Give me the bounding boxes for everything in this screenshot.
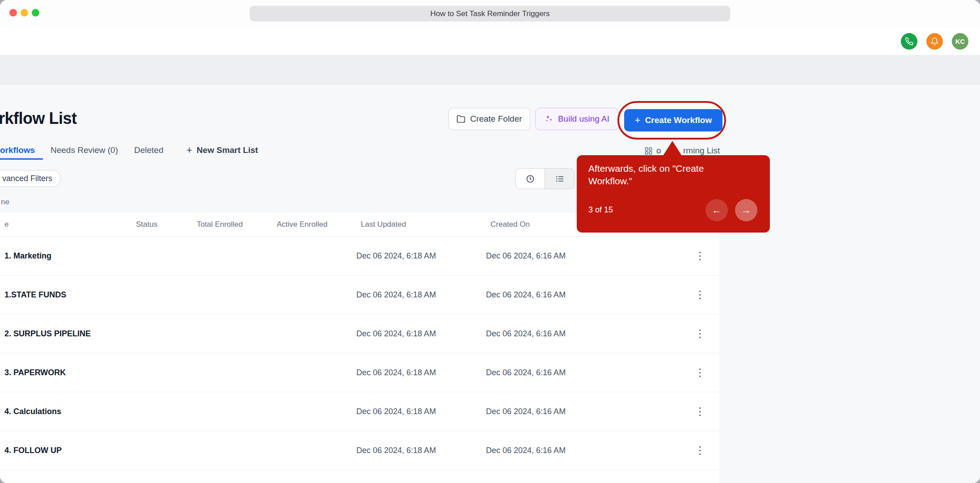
window-title: How to Set Task Reminder Triggers — [250, 6, 731, 21]
workflow-name[interactable]: 4. Calculations — [0, 407, 131, 416]
main-content: rkflow List Create Folder Build using AI… — [0, 85, 980, 483]
tab-bar: orkflows Needs Review (0) Deleted + New … — [0, 142, 980, 160]
col-total-enrolled: Total Enrolled — [192, 220, 272, 229]
kebab-menu-icon[interactable]: ⋮ — [695, 328, 705, 339]
kebab-menu-icon[interactable]: ⋮ — [695, 250, 705, 261]
create-folder-button[interactable]: Create Folder — [448, 108, 530, 130]
magic-wand-icon — [545, 114, 553, 123]
tooltip-step-counter: 3 of 15 — [588, 205, 613, 215]
grid-icon — [644, 147, 653, 155]
table-row[interactable]: 4. Calculations Dec 06 2024, 6:18 AM Dec… — [0, 392, 719, 431]
col-last-updated: Last Updated — [356, 220, 486, 229]
list-view-button[interactable] — [545, 168, 574, 189]
titlebar: How to Set Task Reminder Triggers — [0, 0, 980, 28]
last-updated-value: Dec 06 2024, 6:18 AM — [356, 251, 486, 261]
build-using-ai-button[interactable]: Build using AI — [535, 108, 619, 130]
created-on-value: Dec 06 2024, 6:16 AM — [486, 290, 680, 300]
tab-deleted[interactable]: Deleted — [134, 142, 164, 158]
created-on-value: Dec 06 2024, 6:16 AM — [486, 329, 680, 339]
tooltip-next-button[interactable]: → — [735, 199, 757, 221]
workflow-name[interactable]: 1. Marketing — [0, 251, 131, 261]
list-icon — [555, 174, 564, 183]
table-row[interactable]: 1. Marketing Dec 06 2024, 6:18 AM Dec 06… — [0, 237, 719, 275]
avatar[interactable]: KC — [952, 33, 968, 50]
bell-icon — [930, 37, 939, 46]
created-on-value: Dec 06 2024, 6:16 AM — [486, 407, 680, 416]
history-view-button[interactable] — [515, 168, 545, 189]
name-label-fragment: ne — [1, 198, 9, 207]
app-header: KC — [0, 28, 980, 55]
last-updated-value: Dec 06 2024, 6:18 AM — [356, 290, 486, 300]
created-on-value: Dec 06 2024, 6:16 AM — [486, 251, 680, 261]
created-on-value: Dec 06 2024, 6:16 AM — [486, 368, 680, 377]
kebab-menu-icon[interactable]: ⋮ — [695, 289, 705, 300]
active-tab-underline — [0, 158, 43, 160]
workflow-name[interactable]: 1.STATE FUNDS — [0, 290, 131, 300]
zoom-button[interactable] — [32, 9, 39, 17]
col-status: Status — [131, 220, 192, 229]
notifications-button[interactable] — [926, 33, 943, 50]
tab-workflows[interactable]: orkflows — [0, 142, 35, 158]
tab-needs-review[interactable]: Needs Review (0) — [51, 142, 118, 158]
workflow-table: e Status Total Enrolled Active Enrolled … — [0, 213, 719, 483]
last-updated-value: Dec 06 2024, 6:18 AM — [356, 446, 486, 455]
close-button[interactable] — [9, 9, 17, 17]
new-smart-list-button[interactable]: + New Smart List — [186, 142, 258, 158]
col-active-enrolled: Active Enrolled — [272, 220, 356, 229]
minimize-button[interactable] — [21, 9, 28, 17]
create-workflow-label: Create Workflow — [645, 115, 712, 125]
kebab-menu-icon[interactable]: ⋮ — [695, 445, 705, 456]
partial-list-label: o — [656, 146, 661, 156]
kebab-menu-icon[interactable]: ⋮ — [695, 367, 705, 378]
workflow-name[interactable]: 2. SURPLUS PIPELINE — [0, 329, 131, 339]
tooltip-text: Afterwards, click on "Create Workflow." — [588, 162, 722, 188]
partial-list-label: rming List — [683, 146, 720, 156]
create-workflow-button[interactable]: + Create Workflow — [624, 109, 722, 131]
created-on-value: Dec 06 2024, 6:16 AM — [486, 446, 680, 455]
table-row[interactable]: 3. PAPERWORK Dec 06 2024, 6:18 AM Dec 06… — [0, 353, 719, 392]
clock-icon — [526, 174, 535, 183]
plus-icon: + — [186, 144, 192, 156]
last-updated-value: Dec 06 2024, 6:18 AM — [356, 407, 486, 416]
build-using-ai-label: Build using AI — [558, 114, 609, 124]
last-updated-value: Dec 06 2024, 6:18 AM — [356, 329, 486, 339]
advanced-filters-button[interactable]: vanced Filters — [0, 170, 61, 187]
tooltip-caret — [663, 141, 682, 156]
workflow-name[interactable]: 4. FOLLOW UP — [0, 446, 131, 455]
table-row[interactable]: 4. FOLLOW UP Dec 06 2024, 6:18 AM Dec 06… — [0, 431, 719, 470]
plus-icon: + — [635, 114, 641, 126]
table-row[interactable]: 2. SURPLUS PIPELINE Dec 06 2024, 6:18 AM… — [0, 314, 719, 353]
sub-header-band — [0, 55, 980, 85]
view-toggle-group — [515, 168, 574, 189]
create-folder-label: Create Folder — [470, 114, 522, 124]
page-title: rkflow List — [0, 109, 77, 128]
tooltip-prev-button[interactable]: ← — [705, 199, 728, 221]
folder-icon — [456, 114, 465, 123]
table-row[interactable]: 1.STATE FUNDS Dec 06 2024, 6:18 AM Dec 0… — [0, 275, 719, 314]
app-window: How to Set Task Reminder Triggers KC rkf… — [0, 0, 980, 483]
tutorial-tooltip: Afterwards, click on "Create Workflow." … — [577, 155, 770, 233]
phone-button[interactable] — [901, 33, 917, 50]
workflow-name[interactable]: 3. PAPERWORK — [0, 368, 131, 377]
arrow-right-icon: → — [741, 204, 751, 216]
new-smart-list-label: New Smart List — [197, 145, 258, 155]
col-name: e — [0, 220, 131, 229]
kebab-menu-icon[interactable]: ⋮ — [695, 406, 705, 417]
phone-icon — [905, 37, 913, 46]
last-updated-value: Dec 06 2024, 6:18 AM — [356, 368, 486, 377]
arrow-left-icon: ← — [712, 204, 722, 216]
